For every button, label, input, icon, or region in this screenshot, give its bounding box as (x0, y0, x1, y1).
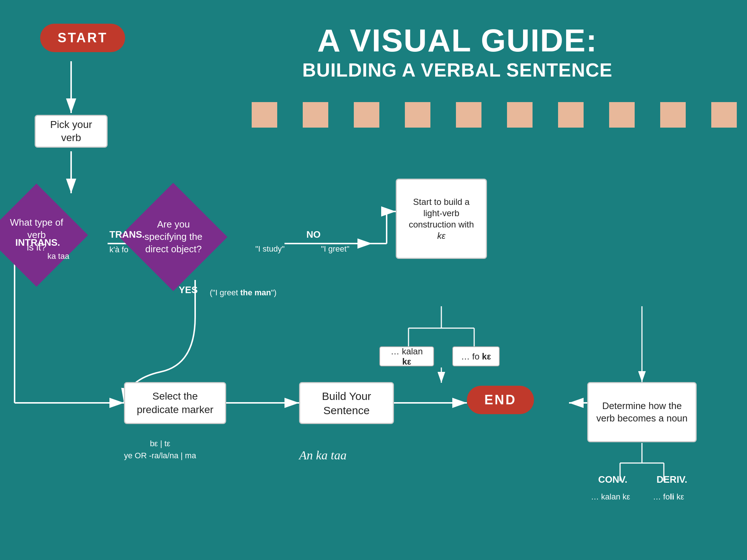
fo-ke-box: … fo kε (452, 346, 500, 366)
checker-cell (584, 102, 609, 128)
conv-ex-label: … kalan kε (591, 492, 630, 502)
yes-label: YES (179, 284, 198, 296)
checker-cell (507, 102, 533, 128)
checker-cell (405, 102, 430, 128)
determine-noun-node: Determine how the verb becomes a noun (587, 382, 697, 442)
pick-verb-node: Pick your verb (35, 115, 108, 148)
kalan-ke-box: … kalan kε (379, 346, 434, 366)
checker-cell (456, 102, 481, 128)
what-type-diamond: What type of verbis it? (0, 184, 88, 287)
trans-label: TRANS. (109, 229, 145, 240)
predicate-examples: bε | tεye OR -ra/la/na | ma (124, 438, 196, 462)
build-sentence-node: Build YourSentence (299, 382, 394, 424)
ka-taa-label: ka taa (47, 252, 69, 261)
title-area: A VISUAL GUIDE: BUILDING A VERBAL SENTEN… (190, 22, 725, 81)
i-greet-man-label: ("I greet the man") (210, 288, 276, 298)
select-predicate-node: Select thepredicate marker (124, 382, 226, 424)
checker-cell (277, 102, 303, 128)
conv-label: CONV. (598, 474, 627, 485)
an-ka-taa-label: An ka taa (299, 448, 347, 462)
checker-cell (379, 102, 405, 128)
deriv-label: DERIV. (657, 474, 687, 485)
light-verb-node: Start to build alight-verbconstruction w… (396, 179, 487, 259)
checker-cell (609, 102, 635, 128)
checker-cell (430, 102, 456, 128)
checker-cell (252, 102, 277, 128)
title-line2: BUILDING A VERBAL SENTENCE (190, 59, 725, 81)
checker-cell (635, 102, 660, 128)
no-label: NO (306, 229, 321, 240)
end-node: END (467, 386, 534, 414)
checker-cell (303, 102, 328, 128)
intrans-label: INTRANS. (15, 237, 60, 248)
checker-cell (711, 102, 737, 128)
i-study-label: "I study" (255, 244, 285, 254)
checker-cell (558, 102, 584, 128)
deriv-ex-label: … foli kε (653, 492, 684, 502)
checkerboard-decoration (226, 102, 729, 128)
checker-cell (226, 102, 252, 128)
checker-cell (660, 102, 686, 128)
checker-cell (737, 102, 747, 128)
checker-cell (354, 102, 379, 128)
title-line1: A VISUAL GUIDE: (190, 22, 725, 59)
i-greet-label: "I greet" (321, 244, 349, 254)
checker-cell (328, 102, 354, 128)
checker-cell (533, 102, 558, 128)
checker-cell (686, 102, 711, 128)
checker-cell (481, 102, 507, 128)
k-a-fo-label: k'à fo (109, 245, 128, 254)
start-node: START (40, 24, 125, 52)
